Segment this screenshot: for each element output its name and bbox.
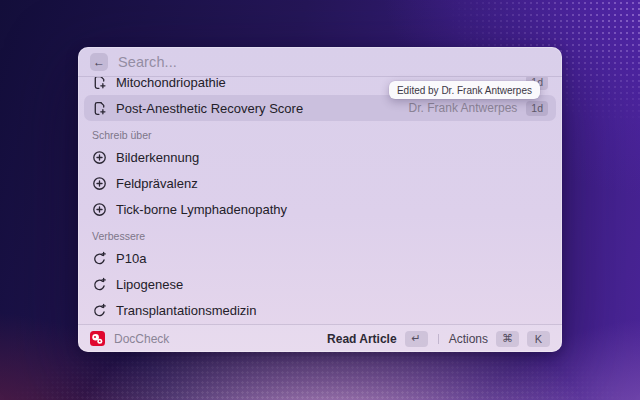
command-palette-window: ← Search... Edited by Dr. Frank Antwerpe…	[78, 47, 562, 352]
item-label: Tick-borne Lymphadenopathy	[116, 202, 287, 217]
list-item[interactable]: Tick-borne Lymphadenopathy	[84, 196, 556, 222]
return-key-hint: ↵	[405, 331, 428, 347]
read-article-action[interactable]: Read Article ↵	[327, 331, 428, 347]
read-article-label: Read Article	[327, 332, 397, 346]
k-key-hint: K	[527, 331, 550, 347]
item-label: P10a	[116, 251, 146, 266]
list-item[interactable]: Bilderkennung	[84, 144, 556, 170]
item-label: Transplantationsmedizin	[116, 303, 256, 318]
app-name: DocCheck	[114, 332, 169, 346]
file-plus-icon	[92, 101, 107, 116]
list-item[interactable]: Lipogenese	[84, 271, 556, 297]
file-plus-icon	[92, 77, 107, 90]
doccheck-logo-icon	[90, 331, 105, 346]
list-item[interactable]: P10a	[84, 245, 556, 271]
footer-bar: DocCheck Read Article ↵ Actions ⌘ K	[78, 324, 562, 352]
item-label: Bilderkennung	[116, 150, 199, 165]
refresh-plus-icon	[92, 277, 107, 292]
actions-menu-button[interactable]: Actions ⌘ K	[449, 331, 550, 347]
plus-circle-icon	[92, 150, 107, 165]
list-item[interactable]: Transplantationsmedizin	[84, 297, 556, 323]
refresh-plus-icon	[92, 303, 107, 318]
item-label: Lipogenese	[116, 277, 183, 292]
section-header: Verbessere	[78, 222, 562, 245]
item-label: Mitochondriopathie	[116, 77, 226, 90]
edited-by-tooltip: Edited by Dr. Frank Antwerpes	[389, 81, 540, 99]
cmd-key-hint: ⌘	[496, 331, 519, 347]
item-label: Post-Anesthetic Recovery Score	[116, 101, 303, 116]
back-button[interactable]: ←	[90, 53, 108, 71]
plus-circle-icon	[92, 176, 107, 191]
item-meta: Dr. Frank Antwerpes	[409, 101, 518, 115]
search-input[interactable]: Search...	[118, 54, 550, 70]
refresh-plus-icon	[92, 251, 107, 266]
search-bar: ← Search...	[78, 47, 562, 77]
section-header: Schreib über	[78, 121, 562, 144]
result-list: Mitochondriopathie1dPost-Anesthetic Reco…	[78, 77, 562, 324]
age-badge: 1d	[526, 101, 548, 116]
list-item[interactable]: Feldprävalenz	[84, 170, 556, 196]
actions-label: Actions	[449, 332, 488, 346]
plus-circle-icon	[92, 202, 107, 217]
footer-separator	[438, 334, 439, 344]
item-label: Feldprävalenz	[116, 176, 198, 191]
